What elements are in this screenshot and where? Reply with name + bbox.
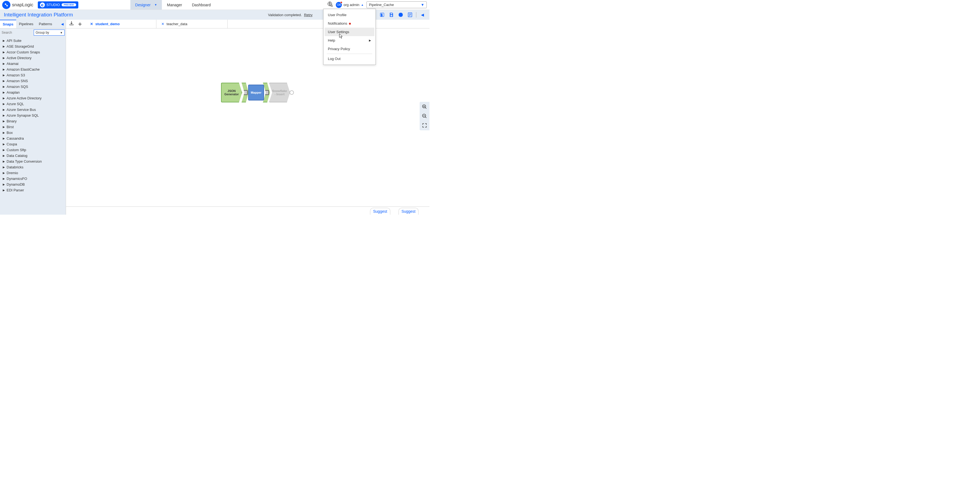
chevron-right-icon: ▶ (3, 183, 5, 186)
user-menu-trigger[interactable]: OA org admin ▲ (336, 2, 364, 8)
snap-category-label: DynamoDB (6, 183, 25, 186)
snap-category-label: Coupa (6, 142, 17, 146)
snap-category-item[interactable]: ▶Azure SQL (0, 101, 66, 107)
palette-tab-snaps[interactable]: Snaps (0, 20, 16, 28)
pipeline-selector-value: Pipeline_Cache (369, 3, 394, 7)
node-mapper[interactable]: Mapper (248, 84, 264, 100)
globe-search-icon[interactable] (327, 1, 333, 8)
snap-category-label: Box (6, 130, 13, 135)
snap-category-item[interactable]: ▶DynamicsFO (0, 176, 66, 181)
snap-category-item[interactable]: ▶Databricks (0, 164, 66, 170)
chevron-right-icon: ▶ (3, 51, 5, 54)
collapse-right-icon[interactable]: ◀ (419, 11, 426, 18)
snap-category-item[interactable]: ▶ASE StorageGrid (0, 43, 66, 49)
add-icon[interactable]: + (77, 20, 83, 28)
output-port-icon[interactable] (290, 90, 294, 95)
import-icon[interactable] (68, 21, 75, 27)
zoom-in-button[interactable] (421, 103, 428, 111)
nav-tab-designer[interactable]: Designer ▼ (130, 0, 162, 10)
group-by-select[interactable]: Group by ▼ (34, 30, 65, 36)
snap-category-label: Databricks (6, 165, 23, 169)
menu-item-logout[interactable]: Log Out (325, 54, 374, 63)
menu-item-privacy-policy[interactable]: Privacy Policy (325, 44, 374, 53)
snap-category-item[interactable]: ▶Active Directory (0, 55, 66, 61)
snap-category-item[interactable]: ▶Amazon ElastiCache (0, 67, 66, 72)
close-icon[interactable]: ✕ (90, 22, 93, 26)
snap-category-item[interactable]: ▶Azure Service Bus (0, 107, 66, 113)
snap-category-item[interactable]: ▶Binary (0, 118, 66, 124)
snap-category-label: Azure Service Bus (6, 108, 36, 112)
search-input[interactable] (1, 30, 32, 36)
toolbar-icons: 0110 ◀ (369, 11, 426, 18)
snap-category-item[interactable]: ▶Data Type Conversion (0, 159, 66, 164)
snap-category-label: DynamicsFO (6, 176, 27, 181)
snap-category-item[interactable]: ▶Amazon SQS (0, 84, 66, 89)
snap-category-item[interactable]: ▶Dremio (0, 170, 66, 176)
pipeline: JSON Generator Mapper Snowflake - Insert (221, 83, 294, 102)
snap-category-item[interactable]: ▶Accor Custom Snaps (0, 49, 66, 55)
nav-tab-manager[interactable]: Manager (162, 0, 187, 10)
menu-item-notifications[interactable]: Notifications (325, 19, 374, 28)
chevron-right-icon: ▶ (3, 108, 5, 111)
snap-category-item[interactable]: ▶Azure Synapse SQL (0, 113, 66, 118)
svg-text:10: 10 (381, 15, 383, 16)
menu-item-user-settings[interactable]: User Settings (325, 28, 374, 36)
collapse-palette-icon[interactable]: ◀ (59, 22, 66, 26)
save-icon[interactable] (388, 11, 395, 18)
pipeline-selector[interactable]: Pipeline_Cache ▼ (366, 2, 427, 8)
snap-category-item[interactable]: ▶Anaplan (0, 89, 66, 95)
footer: Suggest Suggest (66, 206, 430, 215)
palette-tab-pipelines[interactable]: Pipelines (16, 20, 36, 28)
palette-tab-patterns[interactable]: Patterns (36, 20, 55, 28)
connector[interactable] (242, 83, 249, 102)
nav-tab-dashboard[interactable]: Dashboard (187, 0, 216, 10)
topbar: snapLogic ◐ STUDIO PREVIEW Designer ▼ Ma… (0, 0, 430, 10)
menu-item-label: User Profile (328, 13, 347, 17)
snap-category-item[interactable]: ▶Amazon SNS (0, 78, 66, 84)
snap-category-item[interactable]: ▶API Suite (0, 38, 66, 43)
snap-category-item[interactable]: ▶EDI Parser (0, 187, 66, 193)
node-json-generator[interactable]: JSON Generator (221, 83, 242, 102)
validation-status: Validation completed. (268, 13, 302, 17)
nav-tab-designer-label: Designer (135, 3, 151, 7)
suggest-button-2[interactable]: Suggest (399, 208, 418, 215)
snap-category-item[interactable]: ▶Birst (0, 124, 66, 130)
snap-category-item[interactable]: ▶Box (0, 130, 66, 135)
canvas-tab-teacher-data[interactable]: ✕ teacher_data (156, 20, 228, 28)
snap-category-item[interactable]: ▶DynamoDB (0, 181, 66, 187)
chevron-right-icon: ▶ (3, 56, 5, 59)
logo-group: snapLogic ◐ STUDIO PREVIEW (0, 1, 78, 9)
chevron-right-icon: ▶ (3, 160, 5, 163)
validate-icon[interactable] (398, 11, 404, 18)
port-icon[interactable] (264, 90, 269, 95)
fit-screen-button[interactable] (421, 122, 428, 129)
snap-category-item[interactable]: ▶Amazon S3 (0, 72, 66, 78)
snap-list[interactable]: ▶API Suite▶ASE StorageGrid▶Accor Custom … (0, 37, 66, 194)
menu-item-label: Privacy Policy (328, 47, 350, 51)
zoom-out-button[interactable] (421, 112, 428, 120)
port-icon[interactable] (243, 90, 248, 95)
canvas-tab-student-demo[interactable]: ✕ student_demo (85, 20, 156, 28)
menu-item-help[interactable]: Help ▶ (325, 36, 374, 44)
suggest-button-1[interactable]: Suggest (370, 208, 390, 215)
properties-icon[interactable] (407, 11, 413, 18)
studio-badge[interactable]: ◐ STUDIO PREVIEW (38, 2, 78, 8)
node-snowflake-insert[interactable]: Snowflake - Insert (269, 83, 290, 102)
snap-category-item[interactable]: ▶Custom Sftp (0, 147, 66, 153)
snap-category-item[interactable]: ▶Azure Active Directory (0, 95, 66, 101)
zoom-panel (420, 102, 430, 130)
retry-link[interactable]: Retry (304, 13, 312, 17)
snap-category-item[interactable]: ▶Coupa (0, 141, 66, 147)
group-by-label: Group by (36, 31, 49, 35)
palette-tab-label: Snaps (3, 22, 13, 26)
snap-category-item[interactable]: ▶Cassandra (0, 135, 66, 141)
chevron-right-icon: ▶ (3, 102, 5, 105)
menu-item-label: Notifications (328, 21, 347, 25)
snap-category-item[interactable]: ▶Akamai (0, 61, 66, 67)
binary-icon[interactable]: 0110 (379, 11, 385, 18)
chevron-right-icon: ▶ (3, 148, 5, 151)
snap-category-label: Anaplan (6, 90, 20, 94)
menu-item-user-profile[interactable]: User Profile (325, 11, 374, 19)
snap-category-item[interactable]: ▶Data Catalog (0, 153, 66, 159)
close-icon[interactable]: ✕ (161, 22, 164, 26)
